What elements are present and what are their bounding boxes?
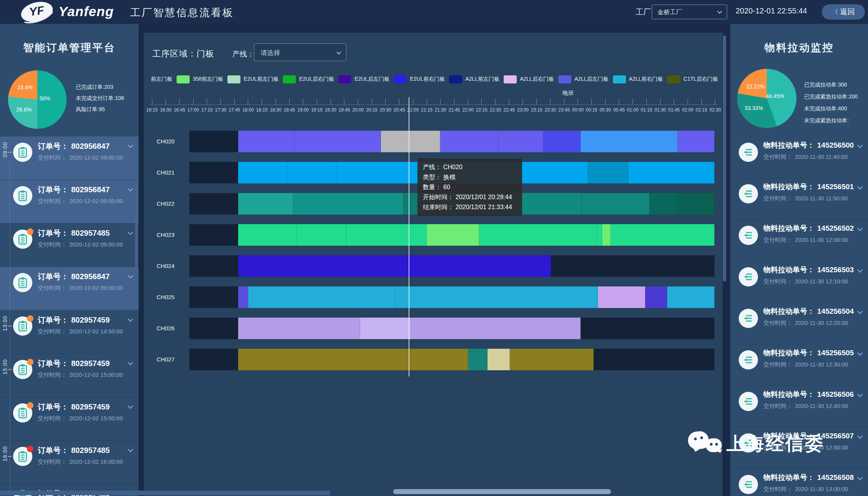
chevron-down-icon[interactable] <box>128 186 133 191</box>
chevron-down-icon[interactable] <box>128 143 133 148</box>
bottom-scrollbar-thumb[interactable] <box>393 489 611 494</box>
gantt-bar-segment[interactable] <box>510 349 594 370</box>
line-select[interactable]: 请选择 <box>254 43 346 61</box>
gantt-bar-segment[interactable] <box>189 255 238 277</box>
gantt-bar-segment[interactable] <box>238 162 287 183</box>
gantt-bar-segment[interactable] <box>238 318 360 339</box>
gantt-bar-segment[interactable] <box>189 286 238 308</box>
gantt-bar-segment[interactable] <box>602 224 611 246</box>
gantt-bar-segment[interactable] <box>293 193 403 215</box>
pull-list-item[interactable]: 物料拉动单号：145256505 交付时间：2020-11-30 12:30:0… <box>730 344 868 386</box>
order-list-item[interactable]: 订单号：802957485 交付时间：2020-12-02 09:00:00 <box>0 223 139 267</box>
clipboard-icon <box>13 447 32 466</box>
gantt-bar-segment[interactable] <box>499 131 543 152</box>
legend-item[interactable]: A2LL前左门板 <box>449 75 499 83</box>
order-list-item[interactable]: 09:00 订单号：802956847 交付时间：2020-12-02 09:0… <box>0 136 139 180</box>
gantt-bar-segment[interactable] <box>287 162 337 183</box>
legend-item[interactable]: 前左门板 <box>151 76 172 83</box>
chevron-down-icon[interactable] <box>857 475 863 480</box>
gantt-bar-segment[interactable] <box>588 162 628 183</box>
gantt-bar-segment[interactable] <box>189 131 238 152</box>
pull-list-item[interactable]: 物料拉动单号：145256501 交付时间：2020-11-30 11:50:0… <box>730 178 868 220</box>
gantt-bar-segment[interactable] <box>678 131 714 152</box>
gantt-bar-segment[interactable] <box>667 286 714 308</box>
order-list-item[interactable]: 订单号：802957459 交付时间：2020-12-02 15:00:00 <box>0 397 139 441</box>
gantt-bar-segment[interactable] <box>360 318 411 339</box>
gantt-bar-segment[interactable] <box>238 224 297 246</box>
chevron-down-icon[interactable] <box>857 350 863 356</box>
gantt-bar-segment[interactable] <box>487 349 509 370</box>
gantt-bar-segment[interactable] <box>238 349 468 370</box>
pull-list-item[interactable]: 物料拉动单号：145256508 交付时间：2020-11-30 13:00:0… <box>730 469 868 496</box>
factory-select[interactable]: 金桥工厂 <box>652 5 727 19</box>
chevron-down-icon[interactable] <box>128 360 133 365</box>
gantt-bar-segment[interactable] <box>189 162 238 183</box>
legend-item[interactable]: A2LL后左门板 <box>558 75 609 83</box>
back-button[interactable]: 《 返回 <box>822 4 865 20</box>
gantt-bar-segment[interactable] <box>238 255 551 277</box>
legend-item[interactable]: E2UL后左门板 <box>338 75 389 83</box>
chevron-down-icon[interactable] <box>857 433 863 439</box>
order-list-item[interactable]: 15:00 订单号：802957459 交付时间：2020-12-02 15:0… <box>0 354 139 397</box>
gantt-bar-segment[interactable] <box>543 131 581 152</box>
chevron-down-icon[interactable] <box>857 226 863 231</box>
order-list-item[interactable]: 订单号：802956847 交付时间：2020-12-02 09:00:00 <box>0 180 139 223</box>
gantt-bar-segment[interactable] <box>238 193 293 215</box>
pull-list-item[interactable]: 物料拉动单号：145256503 交付时间：2020-11-30 12:10:0… <box>730 261 868 303</box>
gantt-bar-segment[interactable] <box>248 286 396 308</box>
gantt-bar-segment[interactable] <box>411 318 581 339</box>
gantt-bar-segment[interactable] <box>611 224 714 246</box>
pull-list-icon <box>739 143 758 162</box>
pull-list-item[interactable]: 物料拉动单号：145256504 交付时间：2020-11-30 12:20:0… <box>730 303 868 344</box>
gantt-bar-segment[interactable] <box>346 224 427 246</box>
legend-item[interactable]: A2LL前右门板 <box>613 75 663 83</box>
bottom-scrollbar-track[interactable] <box>0 491 330 495</box>
gantt-bar-segment[interactable] <box>396 286 598 308</box>
gantt-bar-segment[interactable] <box>189 318 238 339</box>
gantt-bar-segment[interactable] <box>479 224 597 246</box>
chevron-down-icon[interactable] <box>128 273 133 278</box>
legend-item[interactable]: 358前左门板 <box>177 75 223 83</box>
chevron-down-icon[interactable] <box>128 230 133 235</box>
legend-item[interactable]: E2UL后右门板 <box>283 75 334 83</box>
chevron-down-icon[interactable] <box>857 392 863 397</box>
pull-list-item[interactable]: 物料拉动单号：145256506 交付时间：2020-11-30 12:40:0… <box>730 386 868 427</box>
order-list-item[interactable]: 13:00 订单号：802957459 交付时间：2020-12-02 14:5… <box>0 310 139 354</box>
gantt-bar-segment[interactable] <box>582 193 649 215</box>
gantt-bar-segment[interactable] <box>189 349 238 370</box>
order-list-item[interactable]: 订单号：802956847 交付时间：2020-12-02 09:00:00 <box>0 267 139 310</box>
legend-item[interactable]: E2UL前左门板 <box>227 75 279 83</box>
gantt-bar-segment[interactable] <box>295 131 381 152</box>
gantt-bar-segment[interactable] <box>381 131 440 152</box>
chevron-down-icon[interactable] <box>857 184 863 190</box>
pull-list-item[interactable]: 物料拉动单号：145256502 交付时间：2020-11-30 12:00:0… <box>730 220 868 261</box>
gantt-bar-segment[interactable] <box>598 286 645 308</box>
gantt-bar-segment[interactable] <box>597 224 602 246</box>
gantt-bar-segment[interactable] <box>238 286 248 308</box>
gantt-bar-segment[interactable] <box>238 131 295 152</box>
gantt-bar-segment[interactable] <box>189 193 238 215</box>
chevron-down-icon[interactable] <box>128 403 133 409</box>
chevron-down-icon[interactable] <box>857 309 863 314</box>
gantt-bar-segment[interactable] <box>189 224 238 246</box>
legend-item[interactable]: E2UL前右门板 <box>394 75 445 83</box>
chevron-down-icon[interactable] <box>128 316 133 322</box>
gantt-bar-segment[interactable] <box>645 286 667 308</box>
gantt-bar-segment[interactable] <box>581 131 678 152</box>
chevron-down-icon[interactable] <box>857 143 863 148</box>
gantt-bar-segment[interactable] <box>297 224 346 246</box>
chevron-down-icon[interactable] <box>857 267 863 273</box>
pull-list-item[interactable]: 物料拉动单号：145256500 交付时间：2020-11-30 11:40:0… <box>730 136 868 178</box>
main-vertical-scrollbar[interactable] <box>723 35 726 281</box>
legend-item[interactable]: A2LL后右门板 <box>504 75 554 83</box>
gantt-bar-segment[interactable] <box>440 131 499 152</box>
chevron-down-icon[interactable] <box>128 447 133 452</box>
legend-item[interactable]: C1TL后右门板 <box>667 75 718 83</box>
gantt-bar-segment[interactable] <box>678 193 714 215</box>
gantt-bar-segment[interactable] <box>427 224 479 246</box>
gantt-bar-segment[interactable] <box>649 193 678 215</box>
gantt-bar-segment[interactable] <box>628 162 714 183</box>
gantt-bar-segment[interactable] <box>468 349 488 370</box>
left-list-scrollbar[interactable] <box>135 188 138 267</box>
order-list-item[interactable]: 16:00 订单号：802957485 交付时间：2020-12-02 16:0… <box>0 441 139 484</box>
